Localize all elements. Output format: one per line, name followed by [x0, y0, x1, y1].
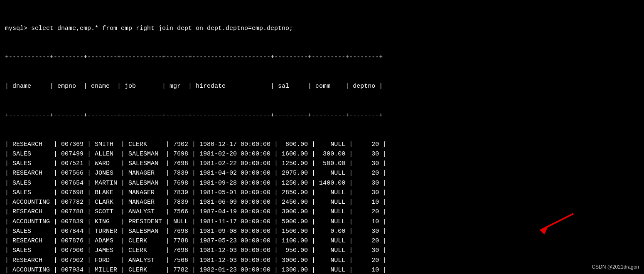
table-row: | SALES | 007844 | TURNER | SALESMAN | 7… [5, 227, 639, 236]
table-row: | SALES | 007900 | JAMES | CLERK | 7698 … [5, 246, 639, 255]
table-row: | RESEARCH | 007876 | ADAMS | CLERK | 77… [5, 236, 639, 246]
table-row: | SALES | 007698 | BLAKE | MANAGER | 783… [5, 188, 639, 197]
table-row: | SALES | 007499 | ALLEN | SALESMAN | 76… [5, 149, 639, 159]
table-header: | dname | empno | ename | job | mgr | hi… [5, 81, 639, 91]
table-row: | RESEARCH | 007566 | JONES | MANAGER | … [5, 168, 639, 178]
separator-header: +-----------+--------+--------+---------… [5, 111, 639, 120]
table-row: | ACCOUNTING | 007782 | CLARK | MANAGER … [5, 197, 639, 207]
table-row: | ACCOUNTING | 007934 | MILLER | CLERK |… [5, 265, 639, 274]
table-body: | RESEARCH | 007369 | SMITH | CLERK | 79… [5, 140, 639, 274]
table-row: | ACCOUNTING | 007839 | KING | PRESIDENT… [5, 217, 639, 227]
watermark: CSDN @2021dragon [592, 264, 639, 270]
table-row: | RESEARCH | 007788 | SCOTT | ANALYST | … [5, 207, 639, 217]
separator-top: +-----------+--------+--------+---------… [5, 52, 639, 62]
command-line: mysql> select dname,emp.* from emp right… [5, 24, 639, 33]
terminal: mysql> select dname,emp.* from emp right… [0, 0, 644, 274]
table-row: | RESEARCH | 007369 | SMITH | CLERK | 79… [5, 140, 639, 149]
table-row: | RESEARCH | 007902 | FORD | ANALYST | 7… [5, 256, 639, 265]
table-row: | SALES | 007521 | WARD | SALESMAN | 769… [5, 159, 639, 168]
table-row: | SALES | 007654 | MARTIN | SALESMAN | 7… [5, 178, 639, 188]
